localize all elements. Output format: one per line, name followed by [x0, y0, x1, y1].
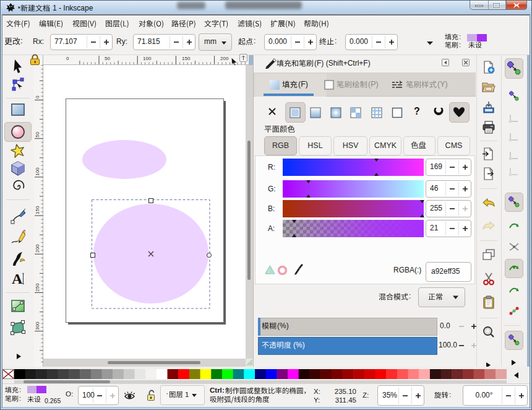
svg-text:0: 0 — [66, 56, 69, 61]
svg-text:A: A — [12, 271, 23, 286]
svg-text:200: 200 — [220, 56, 229, 61]
svg-text:300: 300 — [35, 321, 40, 330]
svg-text:0: 0 — [35, 95, 40, 98]
svg-text:100: 100 — [35, 167, 40, 176]
svg-text:150: 150 — [35, 206, 40, 214]
svg-text:150: 150 — [182, 56, 191, 61]
svg-text:50: 50 — [35, 132, 40, 137]
svg-text:100: 100 — [143, 56, 152, 61]
svg-text:50: 50 — [105, 56, 110, 61]
svg-text:200: 200 — [35, 244, 40, 253]
svg-text:250: 250 — [35, 283, 40, 292]
